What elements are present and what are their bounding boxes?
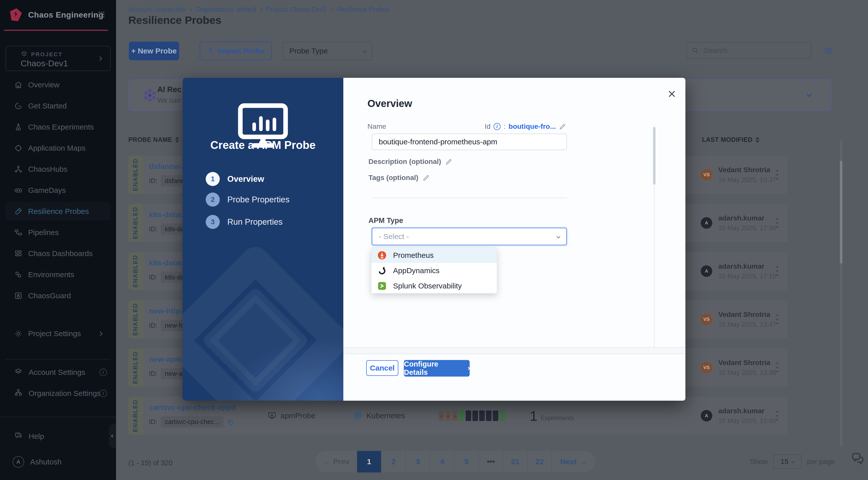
probe-name-link[interactable]: k8s-datad bbox=[149, 211, 184, 219]
project-selector[interactable]: PROJECT Chaos-Dev1 bbox=[5, 46, 111, 71]
breadcrumb-item[interactable]: Organization: default bbox=[196, 5, 256, 13]
appdynamics-icon bbox=[377, 266, 386, 275]
status-badge: ENABLED bbox=[128, 348, 143, 387]
sidebar-item-pipelines[interactable]: Pipelines bbox=[0, 222, 116, 243]
modal-scrollbar-thumb[interactable] bbox=[653, 127, 655, 185]
option-appdynamics[interactable]: AppDynamics bbox=[371, 263, 497, 278]
modal-footer-strip bbox=[343, 347, 685, 354]
page-button[interactable]: 21 bbox=[503, 451, 527, 473]
sidebar-item-project-settings[interactable]: Project Settings bbox=[0, 323, 116, 344]
sidebar-user[interactable]: A Ashutosh bbox=[12, 456, 62, 468]
info-icon[interactable]: i bbox=[494, 123, 501, 130]
breadcrumb-item[interactable]: Project: Chaos-Dev1 bbox=[267, 5, 327, 13]
layers-icon bbox=[14, 367, 23, 377]
sidebar-item-overview[interactable]: Overview bbox=[0, 74, 116, 95]
probe-name-link[interactable]: new-apm- bbox=[149, 355, 184, 363]
edit-pencil-icon[interactable] bbox=[445, 158, 453, 165]
none-status-tile bbox=[493, 411, 498, 421]
probe-type-filter[interactable]: Probe Type bbox=[283, 42, 372, 60]
row-menu-button[interactable] bbox=[774, 360, 781, 375]
passed-status-tile bbox=[500, 411, 505, 421]
table-row[interactable]: ENABLED cartsvc-cpu-check-appd ID: carts… bbox=[128, 397, 787, 435]
wizard-step-overview[interactable]: 1 Overview bbox=[206, 172, 264, 186]
avatar: A bbox=[701, 265, 712, 277]
edit-pencil-icon[interactable] bbox=[559, 123, 566, 130]
option-splunk-observability[interactable]: Splunk Observability bbox=[371, 278, 497, 293]
sort-icon bbox=[175, 137, 179, 143]
column-header-probe-name[interactable]: PROBE NAME bbox=[128, 136, 179, 143]
sidebar-item-gamedays[interactable]: GameDays bbox=[0, 180, 116, 201]
network-icon bbox=[14, 165, 23, 173]
page-button[interactable]: 5 bbox=[454, 451, 478, 473]
sidebar-item-chaos-experiments[interactable]: Chaos Experiments bbox=[0, 117, 116, 137]
brand-title: Chaos Engineering bbox=[28, 10, 103, 20]
breadcrumb-item[interactable]: Account: chaos-dev bbox=[128, 5, 186, 13]
search-input[interactable] bbox=[703, 46, 799, 55]
probe-type-cell: apmProbe bbox=[268, 397, 315, 435]
module-grid-icon[interactable] bbox=[97, 10, 106, 20]
prev-page-button[interactable]: ←Prev bbox=[315, 451, 356, 473]
sidebar-item-application-maps[interactable]: Application Maps bbox=[0, 137, 116, 159]
scrollbar-thumb[interactable] bbox=[840, 161, 842, 264]
filter-icon[interactable] bbox=[823, 46, 834, 57]
cancel-button[interactable]: Cancel bbox=[366, 360, 398, 376]
sidebar-item-chaosguard[interactable]: ChaosGuard bbox=[0, 285, 116, 306]
close-icon[interactable] bbox=[667, 89, 677, 99]
import-probe-button[interactable]: Import Probe bbox=[200, 42, 272, 60]
breadcrumb-item[interactable]: Resilience Probes bbox=[337, 5, 390, 13]
sidebar-item-account-settings[interactable]: Account Settings i bbox=[14, 367, 85, 377]
sidebar-item-organization-settings[interactable]: Organization Settings i bbox=[14, 388, 101, 398]
option-prometheus[interactable]: Prometheus bbox=[371, 248, 497, 263]
probe-name-link[interactable]: new-http- bbox=[149, 307, 183, 315]
sidebar-collapse-handle[interactable] bbox=[109, 424, 116, 448]
probe-name-link[interactable]: dsfanew-a bbox=[149, 162, 186, 171]
sidebar-item-environments[interactable]: Environments bbox=[0, 264, 116, 285]
wizard-step-run-properties[interactable]: 3 Run Properties bbox=[206, 215, 283, 229]
row-menu-button[interactable] bbox=[774, 167, 781, 182]
page-button[interactable]: 3 bbox=[405, 451, 430, 473]
page-button[interactable]: 1 bbox=[356, 451, 381, 473]
splunk-icon bbox=[377, 281, 386, 290]
avatar: A bbox=[12, 456, 24, 468]
avatar: A bbox=[701, 410, 712, 421]
edit-pencil-icon[interactable] bbox=[423, 174, 430, 182]
apm-type-select[interactable]: - Select - bbox=[372, 228, 567, 245]
new-probe-button[interactable]: + New Probe bbox=[129, 42, 179, 60]
configure-details-button[interactable]: Configure Details bbox=[404, 360, 470, 377]
avatar: VS bbox=[701, 362, 712, 373]
probe-name-link[interactable]: k8s-datad bbox=[149, 259, 184, 267]
page-button[interactable]: 22 bbox=[527, 451, 552, 473]
row-menu-button[interactable] bbox=[774, 409, 781, 423]
sidebar-item-chaos-dashboards[interactable]: Chaos Dashboards bbox=[0, 243, 116, 264]
info-icon[interactable]: i bbox=[99, 390, 107, 397]
kubernetes-icon bbox=[353, 411, 363, 420]
sidebar-item-get-started[interactable]: Get Started bbox=[0, 95, 116, 117]
sidebar-item-help[interactable]: ? Help bbox=[14, 431, 44, 441]
sidebar-item-chaoshubs[interactable]: ChaosHubs bbox=[0, 159, 116, 180]
wizard-step-probe-properties[interactable]: 2 Probe Properties bbox=[206, 193, 289, 206]
copy-icon[interactable] bbox=[227, 418, 234, 425]
probe-name-input[interactable] bbox=[372, 133, 567, 150]
banner-title: AI Rec bbox=[157, 85, 181, 94]
row-menu-button[interactable] bbox=[774, 264, 781, 279]
chevron-right-icon bbox=[467, 367, 470, 370]
chevron-down-icon[interactable] bbox=[807, 92, 811, 97]
warning-status-icon bbox=[452, 411, 458, 421]
chevron-right-icon bbox=[98, 331, 102, 336]
probe-name-link[interactable]: cartsvc-cpu-check-appd bbox=[149, 403, 236, 412]
row-menu-button[interactable] bbox=[774, 312, 781, 327]
row-menu-button[interactable] bbox=[774, 216, 781, 230]
column-header-last-modified[interactable]: LAST MODIFIED bbox=[702, 136, 760, 143]
page-button[interactable]: 2 bbox=[381, 451, 405, 473]
info-icon[interactable]: i bbox=[99, 369, 107, 376]
modal-section-heading: Overview bbox=[367, 98, 412, 109]
next-page-button[interactable]: Next→ bbox=[552, 451, 595, 473]
support-chat-icon[interactable] bbox=[850, 451, 865, 467]
sidebar-nav: Overview Get Started Chaos Experiments A… bbox=[0, 74, 116, 306]
apm-type-dropdown: Prometheus AppDynamics Splunk Observabil… bbox=[371, 247, 497, 293]
sidebar-item-resilience-probes[interactable]: Resilience Probes bbox=[0, 201, 116, 222]
avatar: VS bbox=[701, 169, 712, 181]
description-label: Description (optional) bbox=[368, 158, 453, 166]
page-size-select[interactable]: 15 bbox=[773, 454, 801, 469]
page-button[interactable]: 4 bbox=[430, 451, 454, 473]
